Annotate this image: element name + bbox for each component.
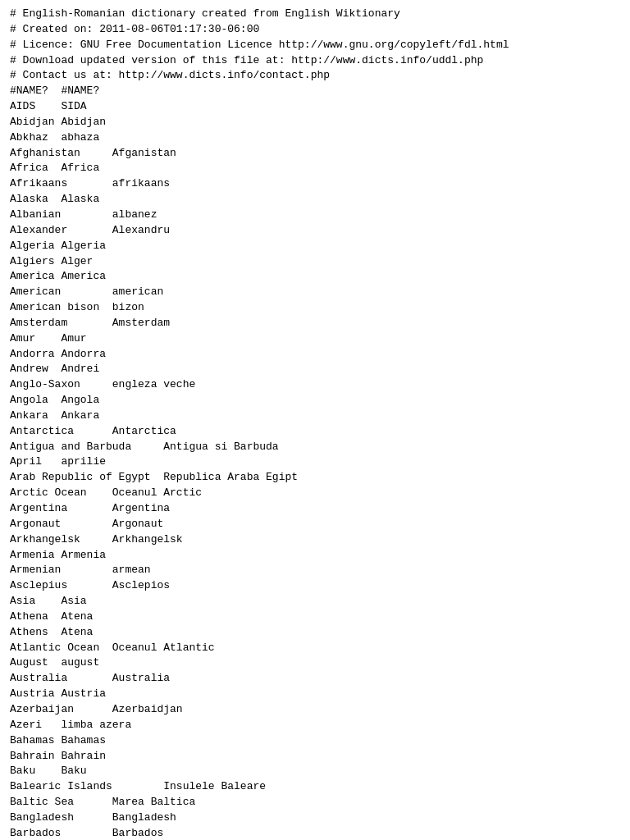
dictionary-content: # English-Romanian dictionary created fr… bbox=[10, 7, 620, 840]
